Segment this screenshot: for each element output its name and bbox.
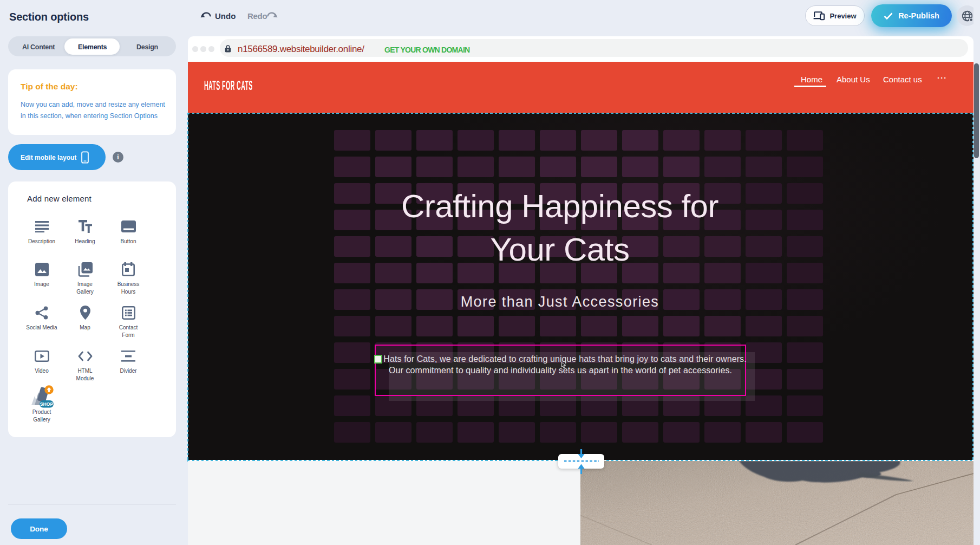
svg-text:SHOP: SHOP <box>40 401 54 407</box>
